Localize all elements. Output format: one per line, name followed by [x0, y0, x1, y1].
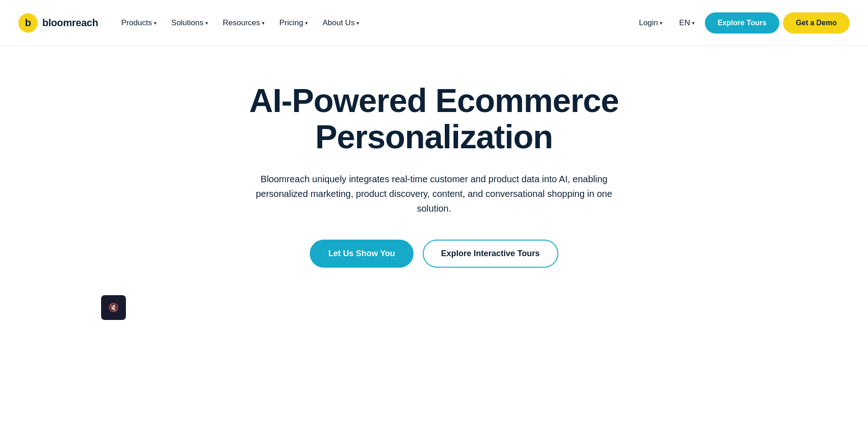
nav-right: Login ▾ EN ▾ Explore Tours Get a Demo: [632, 12, 850, 34]
nav-item-solutions[interactable]: Solutions ▾: [165, 15, 215, 31]
chevron-down-icon: ▾: [262, 20, 265, 26]
nav-item-pricing[interactable]: Pricing ▾: [273, 15, 314, 31]
explore-tours-button[interactable]: Explore Tours: [705, 12, 779, 34]
logo-icon: b: [18, 13, 38, 33]
hero-title: AI-Powered Ecommerce Personalization: [227, 83, 641, 155]
hero-section: AI-Powered Ecommerce Personalization Blo…: [0, 46, 868, 348]
nav-item-about-us[interactable]: About Us ▾: [316, 15, 366, 31]
logo[interactable]: b bloomreach: [18, 13, 98, 33]
language-selector[interactable]: EN ▾: [673, 15, 701, 31]
main-nav: Products ▾ Solutions ▾ Resources ▾ Prici…: [115, 15, 633, 31]
explore-interactive-tours-button[interactable]: Explore Interactive Tours: [423, 240, 558, 268]
hero-subtitle: Bloomreach uniquely integrates real-time…: [255, 172, 613, 216]
nav-item-products[interactable]: Products ▾: [115, 15, 163, 31]
chevron-down-icon: ▾: [205, 20, 208, 26]
let-us-show-you-button[interactable]: Let Us Show You: [310, 240, 413, 268]
chevron-down-icon: ▾: [305, 20, 308, 26]
mute-icon: 🔇: [108, 303, 119, 313]
nav-item-resources[interactable]: Resources ▾: [216, 15, 271, 31]
chevron-down-icon: ▾: [692, 20, 695, 26]
logo-text: bloomreach: [42, 17, 98, 29]
get-demo-button[interactable]: Get a Demo: [783, 12, 850, 34]
header: b bloomreach Products ▾ Solutions ▾ Reso…: [0, 0, 868, 46]
login-button[interactable]: Login ▾: [632, 15, 669, 31]
chevron-down-icon: ▾: [660, 20, 663, 26]
mute-button[interactable]: 🔇: [101, 295, 126, 320]
mute-button-wrap: 🔇: [18, 295, 850, 320]
hero-cta-group: Let Us Show You Explore Interactive Tour…: [310, 240, 558, 268]
chevron-down-icon: ▾: [154, 20, 157, 26]
chevron-down-icon: ▾: [357, 20, 359, 26]
